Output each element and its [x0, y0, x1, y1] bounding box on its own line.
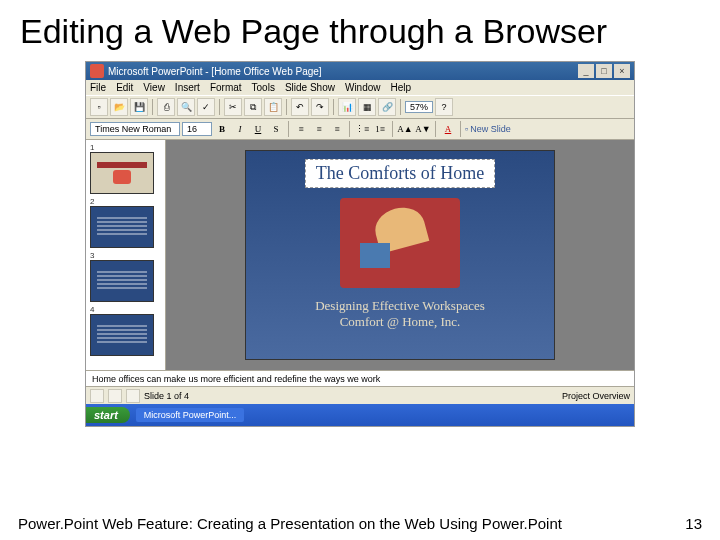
menu-help[interactable]: Help	[391, 82, 412, 93]
app-icon	[90, 64, 104, 78]
decrease-font-icon[interactable]: A▼	[415, 121, 431, 137]
slide-subtitle-2[interactable]: Comfort @ Home, Inc.	[340, 314, 461, 330]
thumbnail-4[interactable]: 4	[90, 305, 161, 356]
table-icon[interactable]: ▦	[358, 98, 376, 116]
cut-icon[interactable]: ✂	[224, 98, 242, 116]
start-button[interactable]: start	[86, 407, 130, 423]
slideshow-view-icon[interactable]	[126, 389, 140, 403]
font-selector[interactable]: Times New Roman	[90, 122, 180, 136]
fontsize-selector[interactable]: 16	[182, 122, 212, 136]
print-icon[interactable]: ⎙	[157, 98, 175, 116]
underline-button[interactable]: U	[250, 121, 266, 137]
spell-icon[interactable]: ✓	[197, 98, 215, 116]
powerpoint-window: Microsoft PowerPoint - [Home Office Web …	[85, 61, 635, 427]
formatting-toolbar: Times New Roman 16 B I U S ≡ ≡ ≡ ⋮≡ 1≡ A…	[86, 119, 634, 140]
menu-file[interactable]: File	[90, 82, 106, 93]
preview-icon[interactable]: 🔍	[177, 98, 195, 116]
menu-edit[interactable]: Edit	[116, 82, 133, 93]
thumbnail-2[interactable]: 2	[90, 197, 161, 248]
undo-icon[interactable]: ↶	[291, 98, 309, 116]
maximize-button[interactable]: □	[596, 64, 612, 78]
page-footer: Power.Point Web Feature: Creating a Pres…	[0, 515, 720, 532]
bullets-icon[interactable]: ⋮≡	[354, 121, 370, 137]
numbering-icon[interactable]: 1≡	[372, 121, 388, 137]
status-template: Project Overview	[562, 391, 630, 401]
new-icon[interactable]: ▫	[90, 98, 108, 116]
menu-format[interactable]: Format	[210, 82, 242, 93]
workspace: 1 2 3 4 The Comforts of Home Designing E…	[86, 140, 634, 370]
new-slide-button[interactable]: ▫ New Slide	[465, 124, 511, 134]
paste-icon[interactable]: 📋	[264, 98, 282, 116]
page-title: Editing a Web Page through a Browser	[0, 0, 720, 61]
zoom-selector[interactable]: 57%	[405, 101, 433, 113]
sorter-view-icon[interactable]	[108, 389, 122, 403]
slide-editor[interactable]: The Comforts of Home Designing Effective…	[166, 140, 634, 370]
bold-button[interactable]: B	[214, 121, 230, 137]
window-title: Microsoft PowerPoint - [Home Office Web …	[108, 66, 322, 77]
redo-icon[interactable]: ↷	[311, 98, 329, 116]
windows-taskbar: start Microsoft PowerPoint...	[86, 404, 634, 426]
help-icon[interactable]: ?	[435, 98, 453, 116]
window-titlebar: Microsoft PowerPoint - [Home Office Web …	[86, 62, 634, 80]
copy-icon[interactable]: ⧉	[244, 98, 262, 116]
chart-icon[interactable]: 📊	[338, 98, 356, 116]
thumbnail-1[interactable]: 1	[90, 143, 161, 194]
close-button[interactable]: ×	[614, 64, 630, 78]
current-slide: The Comforts of Home Designing Effective…	[245, 150, 555, 360]
save-icon[interactable]: 💾	[130, 98, 148, 116]
menu-view[interactable]: View	[143, 82, 165, 93]
italic-button[interactable]: I	[232, 121, 248, 137]
page-number: 13	[685, 515, 702, 532]
open-icon[interactable]: 📂	[110, 98, 128, 116]
menu-slideshow[interactable]: Slide Show	[285, 82, 335, 93]
normal-view-icon[interactable]	[90, 389, 104, 403]
align-left-icon[interactable]: ≡	[293, 121, 309, 137]
slide-subtitle-1[interactable]: Designing Effective Workspaces	[315, 298, 485, 314]
drawing-toolbar: Slide 1 of 4 Project Overview	[86, 386, 634, 404]
menu-tools[interactable]: Tools	[252, 82, 275, 93]
menu-bar: File Edit View Insert Format Tools Slide…	[86, 80, 634, 95]
footer-text: Power.Point Web Feature: Creating a Pres…	[18, 515, 562, 532]
font-color-icon[interactable]: A	[440, 121, 456, 137]
thumbnail-3[interactable]: 3	[90, 251, 161, 302]
notes-pane[interactable]: Home offices can make us more efficient …	[86, 370, 634, 386]
taskbar-item[interactable]: Microsoft PowerPoint...	[136, 408, 245, 422]
increase-font-icon[interactable]: A▲	[397, 121, 413, 137]
shadow-button[interactable]: S	[268, 121, 284, 137]
slide-graphic[interactable]	[340, 198, 460, 288]
menu-insert[interactable]: Insert	[175, 82, 200, 93]
slide-title-text[interactable]: The Comforts of Home	[305, 159, 495, 188]
status-slide: Slide 1 of 4	[144, 391, 189, 401]
align-center-icon[interactable]: ≡	[311, 121, 327, 137]
hyperlink-icon[interactable]: 🔗	[378, 98, 396, 116]
align-right-icon[interactable]: ≡	[329, 121, 345, 137]
menu-window[interactable]: Window	[345, 82, 381, 93]
minimize-button[interactable]: _	[578, 64, 594, 78]
standard-toolbar: ▫ 📂 💾 ⎙ 🔍 ✓ ✂ ⧉ 📋 ↶ ↷ 📊 ▦ 🔗 57% ?	[86, 95, 634, 119]
slide-thumbnails-panel: 1 2 3 4	[86, 140, 166, 370]
